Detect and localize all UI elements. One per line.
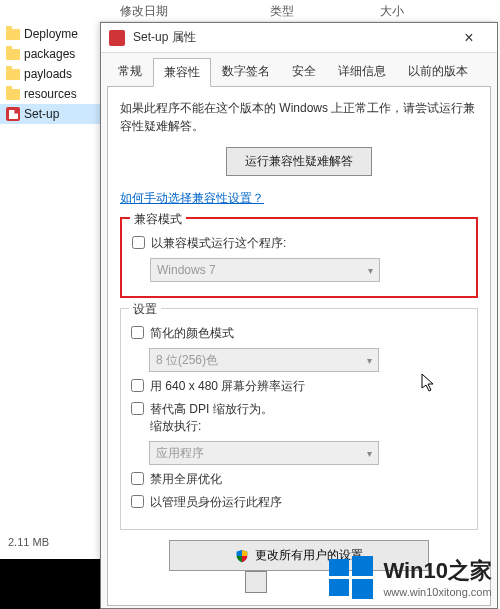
svg-rect-1 bbox=[352, 556, 373, 576]
file-list: Deployme packages payloads resources Set… bbox=[0, 22, 100, 124]
tab-compatibility[interactable]: 兼容性 bbox=[153, 58, 211, 87]
tab-security[interactable]: 安全 bbox=[281, 57, 327, 86]
list-item[interactable]: resources bbox=[0, 84, 100, 104]
checkbox-label: 禁用全屏优化 bbox=[150, 471, 222, 488]
svg-rect-3 bbox=[352, 579, 373, 599]
settings-group: 设置 简化的颜色模式 8 位(256)色 ▾ 用 640 x 480 屏幕分辨率… bbox=[120, 308, 478, 530]
checkbox-label: 以兼容模式运行这个程序: bbox=[151, 235, 286, 252]
resolution-640-checkbox[interactable]: 用 640 x 480 屏幕分辨率运行 bbox=[131, 378, 467, 395]
app-icon bbox=[109, 30, 125, 46]
file-label: payloads bbox=[24, 67, 72, 81]
list-item[interactable]: Deployme bbox=[0, 24, 100, 44]
titlebar[interactable]: Set-up 属性 × bbox=[101, 23, 497, 53]
col-type[interactable]: 类型 bbox=[260, 0, 370, 21]
checkbox-label: 用 640 x 480 屏幕分辨率运行 bbox=[150, 378, 305, 395]
properties-dialog: Set-up 属性 × 常规 兼容性 数字签名 安全 详细信息 以前的版本 如果… bbox=[100, 22, 498, 609]
compat-os-combo[interactable]: Windows 7 ▾ bbox=[150, 258, 380, 282]
folder-icon bbox=[6, 69, 20, 80]
tab-details[interactable]: 详细信息 bbox=[327, 57, 397, 86]
col-size[interactable]: 大小 bbox=[370, 0, 450, 21]
group-title: 设置 bbox=[129, 301, 161, 318]
tab-strip: 常规 兼容性 数字签名 安全 详细信息 以前的版本 bbox=[101, 53, 497, 86]
combo-value: 8 位(256)色 bbox=[156, 352, 218, 369]
run-as-admin-checkbox[interactable]: 以管理员身份运行此程序 bbox=[131, 494, 467, 511]
combo-value: Windows 7 bbox=[157, 263, 216, 277]
svg-rect-0 bbox=[329, 559, 349, 576]
tab-signatures[interactable]: 数字签名 bbox=[211, 57, 281, 86]
list-item[interactable]: packages bbox=[0, 44, 100, 64]
manual-settings-link[interactable]: 如何手动选择兼容性设置？ bbox=[120, 190, 264, 207]
chevron-down-icon: ▾ bbox=[367, 355, 372, 366]
combo-value: 应用程序 bbox=[156, 445, 204, 462]
dpi-scaling-combo[interactable]: 应用程序 ▾ bbox=[149, 441, 379, 465]
chevron-down-icon: ▾ bbox=[368, 265, 373, 276]
tab-previous[interactable]: 以前的版本 bbox=[397, 57, 479, 86]
checkbox-input[interactable] bbox=[131, 472, 144, 485]
list-item[interactable]: payloads bbox=[0, 64, 100, 84]
folder-icon bbox=[6, 49, 20, 60]
close-icon[interactable]: × bbox=[449, 29, 489, 47]
button-fragment bbox=[245, 571, 267, 593]
group-title: 兼容模式 bbox=[130, 211, 186, 228]
checkbox-label: 替代高 DPI 缩放行为。 缩放执行: bbox=[150, 401, 273, 435]
folder-icon bbox=[6, 29, 20, 40]
disable-fullscreen-checkbox[interactable]: 禁用全屏优化 bbox=[131, 471, 467, 488]
troubleshoot-button[interactable]: 运行兼容性疑难解答 bbox=[226, 147, 372, 176]
preview-strip bbox=[0, 559, 100, 609]
tab-panel: 如果此程序不能在这个版本的 Windows 上正常工作，请尝试运行兼容性疑难解答… bbox=[107, 86, 491, 606]
file-label: Deployme bbox=[24, 27, 78, 41]
compatibility-mode-group: 兼容模式 以兼容模式运行这个程序: Windows 7 ▾ bbox=[120, 217, 478, 298]
file-label: Set-up bbox=[24, 107, 59, 121]
list-item-selected[interactable]: Set-up bbox=[0, 104, 100, 124]
checkbox-input[interactable] bbox=[131, 495, 144, 508]
col-date[interactable]: 修改日期 bbox=[110, 0, 260, 21]
svg-rect-2 bbox=[329, 579, 349, 596]
tab-general[interactable]: 常规 bbox=[107, 57, 153, 86]
checkbox-input[interactable] bbox=[131, 402, 144, 415]
checkbox-input[interactable] bbox=[131, 379, 144, 392]
watermark-title: Win10之家 bbox=[383, 556, 492, 586]
file-explorer: Deployme packages payloads resources Set… bbox=[0, 0, 100, 609]
compat-mode-checkbox[interactable]: 以兼容模式运行这个程序: bbox=[132, 235, 466, 252]
file-label: packages bbox=[24, 47, 75, 61]
checkbox-input[interactable] bbox=[131, 326, 144, 339]
setup-icon bbox=[6, 107, 20, 121]
file-label: resources bbox=[24, 87, 77, 101]
dpi-override-checkbox[interactable]: 替代高 DPI 缩放行为。 缩放执行: bbox=[131, 401, 467, 435]
checkbox-label: 以管理员身份运行此程序 bbox=[150, 494, 282, 511]
checkbox-input[interactable] bbox=[132, 236, 145, 249]
shield-icon bbox=[235, 549, 249, 563]
color-depth-combo[interactable]: 8 位(256)色 ▾ bbox=[149, 348, 379, 372]
chevron-down-icon: ▾ bbox=[367, 448, 372, 459]
dialog-title: Set-up 属性 bbox=[133, 29, 449, 46]
status-bar: 2.11 MB bbox=[0, 530, 100, 554]
windows-logo-icon bbox=[327, 553, 375, 601]
checkbox-label: 简化的颜色模式 bbox=[150, 325, 234, 342]
watermark-url: www.win10xitong.com bbox=[383, 586, 492, 598]
help-text: 如果此程序不能在这个版本的 Windows 上正常工作，请尝试运行兼容性疑难解答… bbox=[120, 99, 478, 135]
watermark: Win10之家 www.win10xitong.com bbox=[327, 553, 492, 601]
folder-icon bbox=[6, 89, 20, 100]
reduced-color-checkbox[interactable]: 简化的颜色模式 bbox=[131, 325, 467, 342]
